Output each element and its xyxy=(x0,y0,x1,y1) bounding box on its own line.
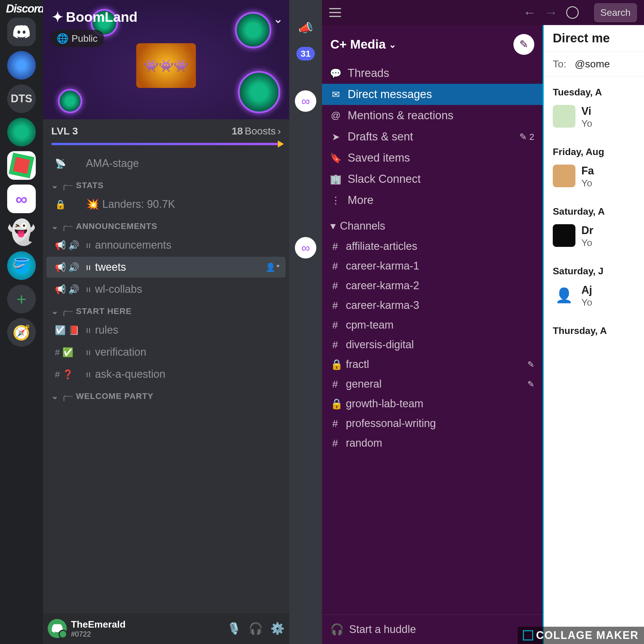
megaphone-icon: 📢 🔊 xyxy=(55,240,82,250)
mute-mic-icon[interactable]: 🎙️ xyxy=(227,622,241,635)
self-avatar[interactable] xyxy=(48,619,67,638)
dm-name: Aj xyxy=(581,284,592,296)
dm-to-field[interactable]: To: @some xyxy=(544,52,644,77)
server-item-red[interactable]: 👻 xyxy=(7,218,36,247)
channel-general[interactable]: #general✎ xyxy=(322,374,543,394)
hash-icon: # xyxy=(330,300,340,311)
workspace-switcher[interactable]: C+ Media ⌄ ✎ xyxy=(322,30,543,63)
history-clock-icon[interactable] xyxy=(566,6,579,19)
channel-rules[interactable]: ☑️ 📕ıı rules xyxy=(47,320,286,340)
server-item-bucket[interactable]: 🪣 xyxy=(7,251,36,280)
nav-back-icon[interactable]: ← xyxy=(523,5,536,20)
channel-professonal-writing[interactable]: #professonal-writing xyxy=(322,414,543,433)
boost-level-row[interactable]: LVL 3 18 Boosts › xyxy=(43,119,289,143)
lock-icon: 🔒 xyxy=(330,358,340,370)
building-icon: 🏢 xyxy=(330,174,341,185)
hamburger-menu-icon[interactable] xyxy=(329,8,341,17)
hash-icon: # xyxy=(330,260,340,272)
explore-servers-button[interactable]: 🧭 xyxy=(7,318,36,347)
category-welcome-party[interactable]: ⌄╭─WELCOME PARTY xyxy=(43,385,289,404)
channel-ama-stage[interactable]: 📡AMA-stage xyxy=(47,153,286,174)
channel-ask-a-question[interactable]: # ❓ıı ask-a-question xyxy=(47,364,286,385)
server-item-emerald[interactable] xyxy=(7,118,36,146)
member-avatar-2[interactable]: ∞ xyxy=(295,237,316,258)
avatar: 👤 xyxy=(553,284,575,306)
server-item-dts[interactable]: DTS xyxy=(7,84,36,113)
channel-announcements[interactable]: 📢 🔊ıı announcements xyxy=(47,235,286,256)
channel-verification[interactable]: # ✅ıı verification xyxy=(47,342,286,363)
dm-thread[interactable]: FaYo xyxy=(544,162,644,196)
hash-icon: # xyxy=(330,319,340,331)
collage-watermark: COLLAGE MAKER xyxy=(518,627,644,644)
server-menu-chevron[interactable]: ⌄ xyxy=(273,12,283,26)
server-banner[interactable]: 👾👾👾 ✦ BoomLand 🌐 Public ⌄ xyxy=(43,0,289,119)
threads-icon: 💬 xyxy=(330,68,341,79)
add-server-button[interactable]: + xyxy=(7,285,36,313)
dm-thread[interactable]: DrYo xyxy=(544,221,644,256)
channels-section-header[interactable]: ▾Channels xyxy=(322,211,543,236)
channel-fractl[interactable]: 🔒fractl✎ xyxy=(322,354,543,374)
slack-top-bar: ← → Search xyxy=(322,0,644,25)
dm-icon: ✉︎ xyxy=(330,89,341,100)
hash-icon: # xyxy=(330,378,340,390)
nav-more[interactable]: ⋮More xyxy=(322,190,543,211)
server-home[interactable] xyxy=(7,18,36,46)
dm-name: Vi xyxy=(581,105,592,117)
dm-thread[interactable]: 👤AjYo xyxy=(544,281,644,315)
search-input[interactable]: Search xyxy=(594,3,637,22)
server-item-cloud[interactable]: ∞ xyxy=(7,185,36,213)
channel-landers[interactable]: 🔒💥 Landers: 90.7K xyxy=(47,194,286,215)
channel-affiliate-articles[interactable]: #affiliate-articles xyxy=(322,236,543,256)
dm-preview: Yo xyxy=(581,237,593,248)
member-avatar-1[interactable]: ∞ xyxy=(295,90,316,112)
dm-preview: Yo xyxy=(581,178,594,189)
server-item-roblox[interactable] xyxy=(7,151,36,180)
avatar xyxy=(553,105,575,128)
dm-preview: Yo xyxy=(581,118,592,129)
hash-icon: # ❓ xyxy=(55,369,82,380)
category-announcements[interactable]: ⌄╭─ANNOUNCEMENTS xyxy=(43,215,289,234)
at-icon: @ xyxy=(330,110,341,121)
channel-tweets[interactable]: 📢 🔊ıı tweets👤⁺ xyxy=(47,257,286,278)
category-stats[interactable]: ⌄╭─STATS xyxy=(43,174,289,193)
channel-career-karma-2[interactable]: #career-karma-2 xyxy=(322,276,543,295)
channel-wl-collabs[interactable]: 📢 🔊ıı wl-collabs xyxy=(47,279,286,300)
add-user-icon[interactable]: 👤⁺ xyxy=(265,262,280,272)
hash-icon: # xyxy=(330,437,340,449)
server-item-anime[interactable] xyxy=(7,51,36,80)
nav-saved[interactable]: 🔖Saved items xyxy=(322,147,543,168)
slack-main: Direct me To: @some Tuesday, AViYoFriday… xyxy=(544,25,644,644)
nav-drafts[interactable]: ➤Drafts & sent✎2 xyxy=(322,126,543,147)
mention-count-badge[interactable]: 31 xyxy=(296,47,315,61)
deafen-icon[interactable]: 🎧 xyxy=(249,622,263,635)
channel-diversis-digital[interactable]: #diversis-digital xyxy=(322,335,543,354)
settings-gear-icon[interactable]: ⚙️ xyxy=(270,622,284,635)
boost-level: LVL 3 xyxy=(51,125,78,137)
category-start-here[interactable]: ⌄╭─START HERE xyxy=(43,300,289,319)
slack-app: ← → Search C+ Media ⌄ ✎ 💬Threads ✉︎Direc… xyxy=(322,0,644,644)
chevron-down-icon: ⌄ xyxy=(389,39,396,50)
date-divider: Saturday, J xyxy=(544,256,644,281)
megaphone-icon: 📢 🔊 xyxy=(55,262,82,273)
dm-thread[interactable]: ViYo xyxy=(544,102,644,136)
nav-forward-icon[interactable]: → xyxy=(545,5,558,20)
nav-direct-messages[interactable]: ✉︎Direct messages xyxy=(322,84,543,105)
self-username[interactable]: TheEmerald#0722 xyxy=(71,619,126,638)
compose-button[interactable]: ✎ xyxy=(513,34,534,55)
bookmark-icon: 🔖 xyxy=(330,152,341,164)
channel-career-karma-3[interactable]: #career-karma-3 xyxy=(322,295,543,315)
nav-mentions[interactable]: @Mentions & reactions xyxy=(322,105,543,126)
nav-slack-connect[interactable]: 🏢Slack Connect xyxy=(322,168,543,190)
pencil-icon: ✎ xyxy=(527,360,534,369)
channel-random[interactable]: #random xyxy=(322,433,543,453)
discord-wordmark: Discord xyxy=(6,2,44,15)
start-huddle-button[interactable]: 🎧Start a huddle xyxy=(322,614,543,644)
channel-career-karma-1[interactable]: #career-karma-1 xyxy=(322,256,543,276)
discord-app: Discord DTS ∞ 👻 🪣 + 🧭 👾👾👾 xyxy=(0,0,322,644)
channel-growth-lab-team[interactable]: 🔒growth-lab-team xyxy=(322,394,543,414)
headphones-icon: 🎧 xyxy=(330,623,344,636)
channel-cpm-team[interactable]: #cpm-team xyxy=(322,315,543,335)
nav-threads[interactable]: 💬Threads xyxy=(322,63,543,84)
avatar xyxy=(553,224,575,247)
megaphone-icon: 📢 🔊 xyxy=(55,284,82,295)
